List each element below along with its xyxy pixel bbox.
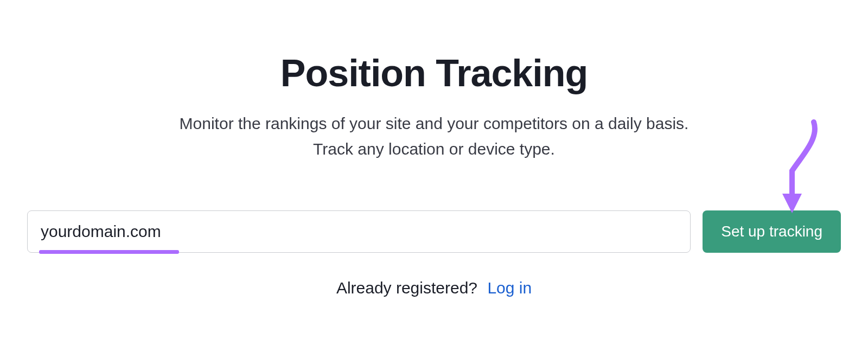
domain-input[interactable] [27,210,691,253]
subtitle-line-1: Monitor the rankings of your site and yo… [180,114,689,132]
page-title: Position Tracking [27,52,841,95]
login-link[interactable]: Log in [487,279,532,297]
login-row: Already registered? Log in [27,279,841,297]
main-container: Position Tracking Monitor the rankings o… [27,0,841,339]
domain-input-wrap [27,210,691,253]
highlight-underline [39,250,179,254]
page-subtitle: Monitor the rankings of your site and yo… [27,111,841,162]
login-prompt: Already registered? [336,279,477,297]
tracking-form: Set up tracking [27,210,841,253]
setup-tracking-button[interactable]: Set up tracking [703,210,841,253]
subtitle-line-2: Track any location or device type. [313,140,555,158]
